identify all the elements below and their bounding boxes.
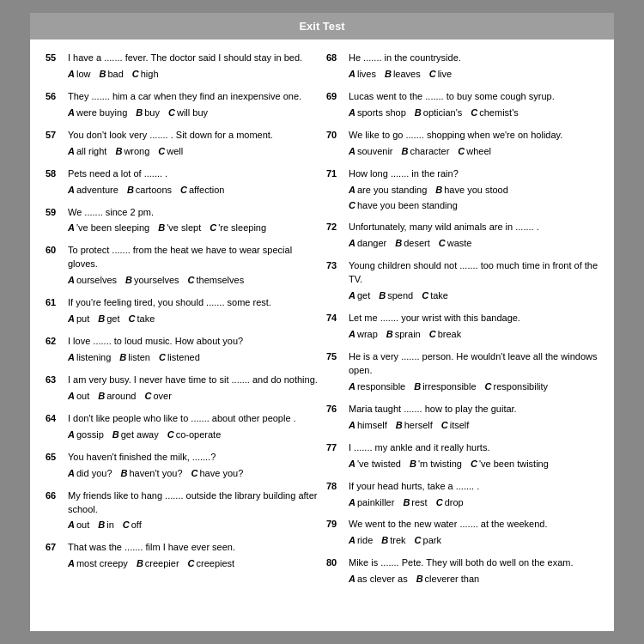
question-number: 66: [46, 489, 64, 533]
option-C: C themselves: [188, 274, 245, 288]
option-B: B yourselves: [125, 274, 179, 288]
option-letter: C: [168, 106, 175, 120]
question-number: 64: [46, 412, 64, 442]
option-letter: A: [349, 458, 355, 471]
question-77: 77I ....... my ankle and it really hurts…: [326, 441, 598, 471]
option-text: wheel: [466, 145, 491, 159]
question-options: A getB spendC take: [349, 289, 598, 303]
option-text: ride: [357, 534, 373, 548]
question-56: 56They ....... him a car when they find …: [46, 90, 318, 120]
question-text: To protect ....... from the heat we have…: [68, 244, 318, 271]
option-B: B get away: [112, 428, 159, 442]
question-body: We went to the new water ....... at the …: [349, 518, 598, 548]
option-B: B get: [98, 313, 119, 326]
option-C: C creepiest: [188, 557, 235, 571]
option-letter: C: [188, 557, 195, 571]
question-59: 59We ....... since 2 pm.A 've been sleep…: [46, 206, 318, 236]
option-letter: B: [98, 313, 105, 326]
option-letter: B: [415, 106, 422, 120]
option-text: take: [430, 289, 448, 303]
option-B: B creepier: [137, 557, 179, 571]
option-A: A ride: [349, 534, 373, 548]
option-C: C take: [129, 313, 155, 326]
option-letter: A: [68, 68, 75, 82]
option-text: cleverer than: [425, 573, 480, 586]
question-number: 59: [46, 206, 64, 236]
question-number: 56: [46, 90, 64, 120]
question-62: 62I love ....... to loud music. How abou…: [46, 335, 318, 365]
question-69: 69Lucas went to the ....... to buy some …: [326, 90, 598, 120]
option-letter: C: [441, 419, 448, 433]
option-C: C park: [415, 534, 441, 548]
option-text: are you standing: [357, 184, 427, 197]
question-body: I love ....... to loud music. How about …: [68, 335, 318, 365]
question-options: A himselfB herselfC itself: [349, 419, 598, 433]
question-number: 79: [326, 518, 345, 548]
option-letter: A: [68, 390, 75, 404]
question-text: You haven't finished the milk, .......?: [68, 451, 318, 465]
question-74: 74Let me ....... your wrist with this ba…: [326, 312, 598, 342]
option-letter: A: [349, 237, 355, 251]
question-options: A most creepyB creepierC creepiest: [68, 557, 318, 571]
option-text: herself: [404, 419, 433, 433]
option-letter: C: [132, 68, 139, 82]
option-text: waste: [447, 237, 472, 251]
question-body: Mike is ....... Pete. They will both do …: [349, 556, 598, 586]
right-column: 68He ....... in the countryside.A livesB…: [326, 52, 598, 595]
option-B: B trek: [381, 534, 405, 548]
question-number: 74: [326, 312, 345, 342]
question-number: 72: [326, 221, 345, 251]
option-letter: B: [119, 351, 126, 365]
option-text: affection: [189, 184, 224, 197]
question-options: A listeningB listenC listened: [68, 351, 318, 365]
option-A: A adventure: [68, 184, 118, 197]
option-text: lives: [357, 68, 376, 82]
option-letter: B: [125, 274, 132, 288]
question-text: I have a ....... fever. The doctor said …: [68, 52, 318, 65]
option-B: B wrong: [115, 145, 149, 159]
option-letter: C: [429, 68, 436, 82]
option-text: out: [76, 390, 89, 404]
option-letter: A: [349, 145, 355, 159]
option-text: yourselves: [134, 274, 179, 288]
option-C: C off: [123, 519, 142, 532]
option-letter: A: [349, 289, 355, 303]
option-letter: C: [158, 145, 165, 159]
option-B: B spend: [379, 289, 413, 303]
option-letter: C: [191, 467, 198, 481]
question-text: Let me ....... your wrist with this band…: [349, 312, 598, 325]
option-C: C have you been standing: [349, 199, 458, 213]
option-letter: B: [99, 68, 106, 82]
option-A: A 've been sleeping: [68, 222, 149, 235]
question-number: 62: [46, 335, 64, 365]
question-options: A painkillerB restC drop: [349, 496, 598, 510]
option-C: C affection: [180, 184, 224, 197]
option-B: B character: [402, 145, 450, 159]
question-number: 57: [46, 129, 64, 159]
option-A: A out: [68, 519, 89, 532]
option-A: A were buying: [68, 106, 127, 120]
option-letter: C: [429, 328, 436, 342]
option-text: have you stood: [444, 184, 508, 197]
option-text: have you?: [200, 467, 244, 481]
option-text: desert: [404, 237, 430, 251]
option-A: A out: [68, 390, 89, 404]
option-text: wrap: [357, 328, 378, 342]
option-text: off: [131, 519, 142, 532]
question-options: A 've been sleepingB 've sleptC 're slee…: [68, 222, 318, 235]
option-letter: B: [381, 534, 388, 548]
question-57: 57You don't look very ....... . Sit down…: [46, 129, 318, 159]
option-letter: A: [349, 496, 355, 510]
option-letter: B: [385, 68, 392, 82]
exam-page: Exit Test 55I have a ....... fever. The …: [30, 13, 614, 631]
question-body: He is a very ....... person. He wouldn't…: [349, 350, 598, 394]
option-letter: B: [416, 573, 423, 586]
option-text: sports shop: [357, 106, 406, 120]
question-body: Young children should not ....... too mu…: [349, 259, 598, 303]
option-text: most creepy: [76, 557, 128, 571]
option-A: A put: [68, 313, 89, 326]
question-number: 75: [326, 350, 345, 394]
option-text: responsible: [357, 380, 405, 394]
option-letter: A: [349, 106, 355, 120]
question-text: Young children should not ....... too mu…: [349, 259, 598, 287]
